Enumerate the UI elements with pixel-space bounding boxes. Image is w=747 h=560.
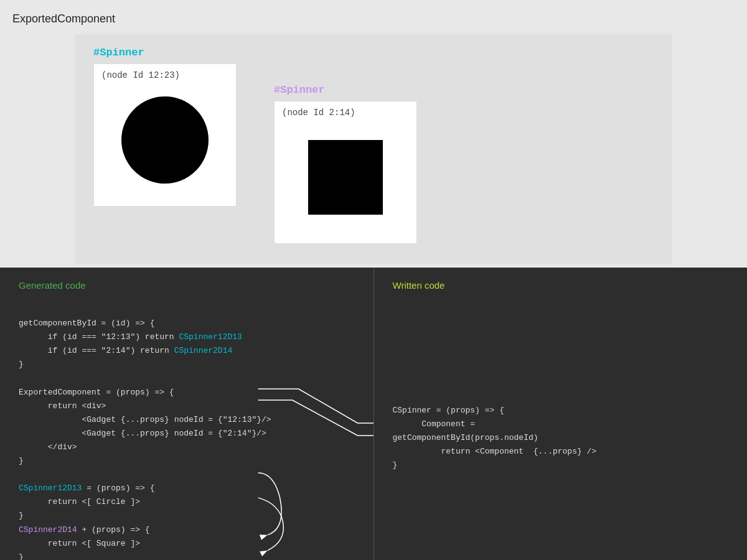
spinner-node-1: #Spinner (node Id 12:23) xyxy=(93,47,237,207)
spinner2-node-id: (node Id 2:14) xyxy=(275,108,355,118)
spinner1-label: #Spinner xyxy=(93,47,144,58)
square-shape xyxy=(308,140,383,215)
spinner2-box: (node Id 2:14) xyxy=(274,101,417,244)
written-code-title: Written code xyxy=(393,280,729,291)
spinner2-label: #Spinner xyxy=(274,84,325,96)
code-area: Generated code getComponentById = (id) =… xyxy=(0,268,747,560)
component-title: ExportedComponent xyxy=(12,12,735,26)
spinner1-node-id: (node Id 12:23) xyxy=(94,70,180,80)
generated-code-panel: Generated code getComponentById = (id) =… xyxy=(0,268,374,560)
preview-area: ExportedComponent #Spinner (node Id 12:2… xyxy=(0,0,747,268)
written-code-panel: Written code CSpinner = (props) => { Com… xyxy=(374,268,748,560)
generated-code-block: getComponentById = (id) => { if (id === … xyxy=(19,303,355,560)
spinner-node-2: #Spinner (node Id 2:14) xyxy=(274,84,417,244)
preview-canvas: #Spinner (node Id 12:23) #Spinner (node … xyxy=(75,34,672,264)
written-code-block: CSpinner = (props) => { Component = getC… xyxy=(393,390,729,487)
generated-code-title: Generated code xyxy=(19,280,355,291)
circle-shape xyxy=(121,96,209,184)
spinner1-box: (node Id 12:23) xyxy=(93,63,237,207)
